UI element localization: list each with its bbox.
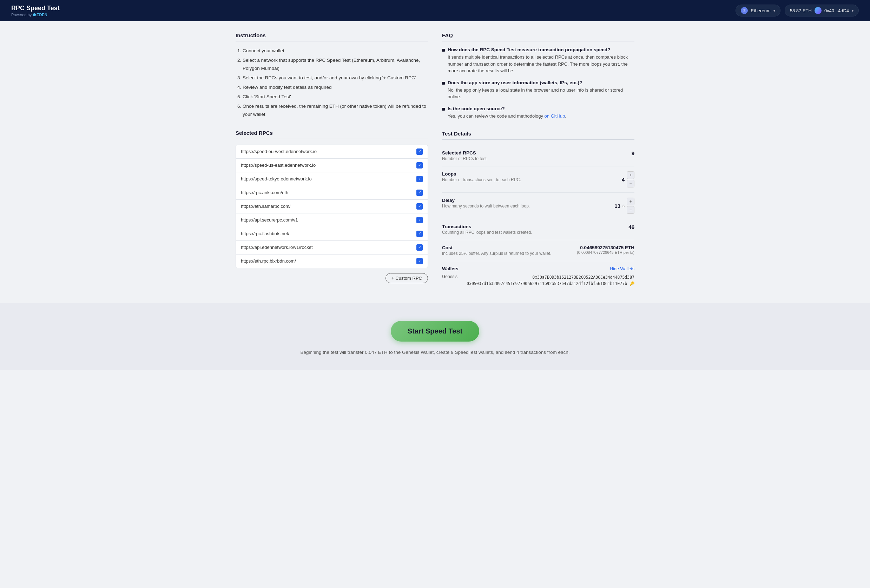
- faq-question: How does the RPC Speed Test measure tran…: [448, 47, 635, 52]
- main-content: Instructions Connect your wallet Select …: [224, 21, 646, 292]
- rpc-checkbox[interactable]: ✓: [416, 203, 423, 210]
- instructions-section: Instructions Connect your wallet Select …: [235, 32, 428, 119]
- loops-detail-value-group: 4 + −: [622, 171, 635, 188]
- wallet-balance: 58.87 ETH: [790, 8, 812, 13]
- loops-decrement-button[interactable]: −: [627, 180, 635, 188]
- test-details-section: Test Details Selected RPCS Number of RPC…: [442, 131, 635, 292]
- genesis-wallet-label: Genesis: [442, 274, 463, 279]
- delay-value-display: 13s: [614, 203, 624, 209]
- transactions-detail-label-group: Transactions Counting all RPC loops and …: [442, 224, 532, 235]
- loops-detail-label: Loops: [442, 171, 521, 177]
- rpc-item: https://api.securerpc.com/v1 ✓: [235, 213, 428, 227]
- rpc-item: https://speed-us-east.edennetwork.io ✓: [235, 158, 428, 172]
- rpc-checkbox[interactable]: ✓: [416, 162, 423, 168]
- wallet-avatar-icon: [815, 7, 822, 14]
- header: RPC Speed Test Powered by EDEN Ξ Ethereu…: [0, 0, 870, 21]
- footer-section: Start Speed Test Beginning the test will…: [0, 303, 870, 370]
- selected-rpcs-detail-label-group: Selected RPCS Number of RPCs to test.: [442, 150, 488, 161]
- faq-item: Does the app store any user information …: [442, 80, 635, 100]
- hide-wallets-link[interactable]: Hide Wallets: [610, 266, 635, 271]
- rpc-item: https://speed-eu-west.edennetwork.io ✓: [235, 144, 428, 158]
- loops-increment-button[interactable]: +: [627, 171, 635, 179]
- rpc-url: https://rpc.ankr.com/eth: [241, 190, 288, 195]
- rpc-checkbox[interactable]: ✓: [416, 176, 423, 182]
- rpc-url: https://eth.llamarpc.com/: [241, 204, 291, 209]
- transactions-detail-row: Transactions Counting all RPC loops and …: [442, 219, 635, 240]
- eden-dot-icon: [33, 13, 36, 16]
- genesis-address-2: 0x05037d1b32897c451c97790a629711b92a537e…: [466, 280, 635, 287]
- app-title: RPC Speed Test: [11, 4, 60, 12]
- rpc-item: https://rpc.ankr.com/eth ✓: [235, 186, 428, 199]
- delay-unit: s: [623, 203, 624, 208]
- loops-value: 4: [622, 177, 624, 183]
- cost-detail-row: Cost Includes 25% buffer. Any surplus is…: [442, 240, 635, 261]
- faq-question: Does the app store any user information …: [448, 80, 635, 85]
- github-link[interactable]: on GitHub: [545, 113, 565, 119]
- cost-detail-sub: Includes 25% buffer. Any surplus is retu…: [442, 251, 551, 256]
- instructions-list: Connect your wallet Select a network tha…: [235, 47, 428, 119]
- rpc-url: https://api.securerpc.com/v1: [241, 217, 298, 223]
- rpc-url: https://api.edennetwork.io/v1/rocket: [241, 245, 313, 250]
- delay-detail-value-group: 13s + −: [614, 198, 635, 214]
- rpc-checkbox[interactable]: ✓: [416, 258, 423, 264]
- rpc-item: https://rpc.flashbots.net/ ✓: [235, 227, 428, 240]
- rpc-checkbox[interactable]: ✓: [416, 231, 423, 237]
- transactions-detail-label: Transactions: [442, 224, 532, 229]
- loops-detail-label-group: Loops Number of transactions sent to eac…: [442, 171, 521, 182]
- transactions-detail-sub: Counting all RPC loops and test wallets …: [442, 230, 532, 235]
- left-column: Instructions Connect your wallet Select …: [235, 32, 428, 292]
- selected-rpcs-detail-row: Selected RPCS Number of RPCs to test. 9: [442, 145, 635, 167]
- faq-bullet-icon: [442, 82, 445, 85]
- faq-question: Is the code open source?: [448, 106, 566, 111]
- faq-content: Does the app store any user information …: [448, 80, 635, 100]
- faq-title: FAQ: [442, 32, 635, 42]
- delay-decrement-button[interactable]: −: [627, 206, 635, 214]
- delay-detail-label-group: Delay How many seconds to wait between e…: [442, 198, 530, 208]
- faq-item: How does the RPC Speed Test measure tran…: [442, 47, 635, 74]
- rpc-item: https://eth.llamarpc.com/ ✓: [235, 199, 428, 213]
- wallet-selector[interactable]: 58.87 ETH 0x40...4dD4 ▾: [785, 4, 859, 16]
- instructions-title: Instructions: [235, 32, 428, 42]
- rpc-url: https://speed-us-east.edennetwork.io: [241, 162, 316, 168]
- rpc-checkbox[interactable]: ✓: [416, 189, 423, 196]
- wallet-address: 0x40...4dD4: [824, 8, 849, 13]
- rpc-checkbox[interactable]: ✓: [416, 217, 423, 223]
- start-speed-test-button[interactable]: Start Speed Test: [391, 321, 479, 342]
- instruction-item: Review and modify test details as requir…: [243, 83, 428, 92]
- loops-detail-sub: Number of transactions sent to each RPC.: [442, 177, 521, 182]
- rpc-checkbox[interactable]: ✓: [416, 244, 423, 251]
- wallets-header: Wallets Hide Wallets: [442, 266, 635, 271]
- loops-stepper: + −: [627, 171, 635, 188]
- faq-list: How does the RPC Speed Test measure tran…: [442, 47, 635, 119]
- faq-answer: No, the app only keeps a local state in …: [448, 87, 635, 100]
- delay-detail-label: Delay: [442, 198, 530, 203]
- selected-rpcs-section: Selected RPCs https://speed-eu-west.eden…: [235, 130, 428, 283]
- rpc-item: https://api.edennetwork.io/v1/rocket ✓: [235, 240, 428, 254]
- header-brand: RPC Speed Test Powered by EDEN: [11, 4, 60, 17]
- selected-rpcs-detail-sub: Number of RPCs to test.: [442, 156, 488, 161]
- selected-rpcs-detail-value: 9: [632, 150, 635, 156]
- right-column: FAQ How does the RPC Speed Test measure …: [442, 32, 635, 292]
- test-details-title: Test Details: [442, 131, 635, 140]
- genesis-address-1: 0x30a7E0D3b1521273E2C0522A30Ce34d44875d3…: [466, 274, 635, 280]
- rpc-url: https://eth.rpc.blxrbdn.com/: [241, 258, 296, 263]
- genesis-wallet-addresses: 0x30a7E0D3b1521273E2C0522A30Ce34d44875d3…: [466, 274, 635, 287]
- delay-increment-button[interactable]: +: [627, 198, 635, 205]
- cost-detail-label-group: Cost Includes 25% buffer. Any surplus is…: [442, 245, 551, 256]
- instruction-item: Select a network that supports the RPC S…: [243, 57, 428, 73]
- rpc-checkbox[interactable]: ✓: [416, 149, 423, 155]
- instruction-item: Click 'Start Speed Test': [243, 93, 428, 101]
- faq-bullet-icon: [442, 49, 445, 52]
- rpc-list: https://speed-eu-west.edennetwork.io ✓ h…: [235, 144, 428, 268]
- wallets-row: Wallets Hide Wallets Genesis 0x30a7E0D3b…: [442, 261, 635, 292]
- network-label: Ethereum: [751, 8, 770, 13]
- network-selector[interactable]: Ξ Ethereum ▾: [736, 4, 780, 16]
- cost-detail-label: Cost: [442, 245, 551, 250]
- add-custom-rpc-button[interactable]: + Custom RPC: [386, 273, 428, 283]
- instruction-item: Select the RPCs you want to test, and/or…: [243, 74, 428, 82]
- faq-content: How does the RPC Speed Test measure tran…: [448, 47, 635, 74]
- loops-detail-row: Loops Number of transactions sent to eac…: [442, 167, 635, 193]
- network-chevron-icon: ▾: [773, 9, 775, 13]
- instruction-item: Connect your wallet: [243, 47, 428, 55]
- header-controls: Ξ Ethereum ▾ 58.87 ETH 0x40...4dD4 ▾: [736, 4, 859, 16]
